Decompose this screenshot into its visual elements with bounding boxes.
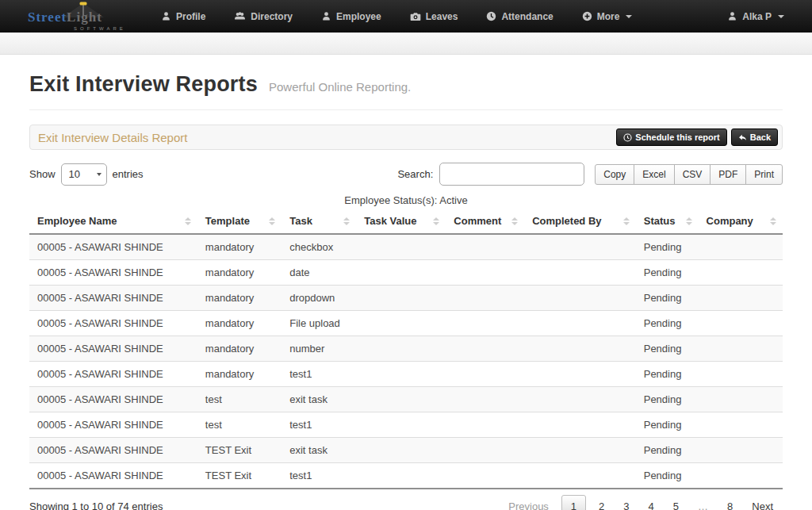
table-cell [446, 336, 524, 362]
table-cell [356, 286, 446, 311]
table-cell: test1 [282, 463, 356, 489]
table-cell [356, 260, 446, 286]
table-cell: TEST Exit [197, 438, 282, 463]
column-header-status[interactable]: Status [636, 209, 699, 234]
back-button[interactable]: Back [731, 128, 778, 146]
column-header-label: Status [644, 215, 676, 227]
export-button-group: CopyExcelCSVPDFPrint [595, 164, 783, 185]
schedule-report-button[interactable]: Schedule this report [616, 128, 726, 146]
table-cell: 00005 - ASAWARI SHINDE [29, 463, 197, 489]
pagination-page-4[interactable]: 4 [639, 496, 664, 510]
logo-text: StreetLight [28, 10, 102, 25]
employee-status-caption: Employee Status(s): Active [29, 194, 783, 206]
print-button[interactable]: Print [745, 164, 783, 185]
user-menu[interactable]: Alka P [727, 11, 784, 22]
table-cell: test [197, 387, 282, 412]
table-row: 00005 - ASAWARI SHINDETEST Exitexit task… [29, 438, 783, 463]
nav-item-label: Attendance [501, 11, 553, 22]
table-cell: test1 [282, 362, 356, 387]
table-cell: Pending [636, 311, 699, 336]
pagination-page-8[interactable]: 8 [718, 496, 742, 510]
pagination-page-5[interactable]: 5 [664, 496, 688, 510]
table-cell: mandatory [197, 336, 282, 362]
column-header-label: Comment [454, 215, 501, 227]
column-header-comment[interactable]: Comment [446, 209, 524, 234]
user-name: Alka P [742, 11, 772, 22]
table-row: 00005 - ASAWARI SHINDEtesttest1Pending [29, 412, 783, 438]
nav-item-directory[interactable]: Directory [234, 11, 293, 22]
sub-header-strip [0, 33, 812, 55]
table-cell [699, 412, 783, 438]
column-header-completed-by[interactable]: Completed By [524, 209, 636, 234]
column-header-label: Company [707, 215, 753, 227]
table-row: 00005 - ASAWARI SHINDEmandatorydatePendi… [29, 260, 783, 286]
table-cell: 00005 - ASAWARI SHINDE [29, 286, 197, 311]
table-cell [446, 286, 524, 311]
table-cell [524, 438, 636, 463]
nav-item-leaves[interactable]: Leaves [410, 11, 458, 22]
sort-icon [433, 217, 439, 225]
table-cell: Pending [636, 260, 699, 286]
table-cell [356, 234, 446, 260]
table-cell [356, 412, 446, 438]
pagination-next[interactable]: Next [742, 496, 783, 510]
people-icon [234, 11, 246, 21]
pagination-page-2[interactable]: 2 [589, 496, 614, 510]
table-cell [524, 463, 636, 489]
table-cell: number [282, 336, 356, 362]
table-row: 00005 - ASAWARI SHINDEmandatorycheckboxP… [29, 234, 783, 260]
nav-item-label: Directory [251, 11, 293, 22]
column-header-company[interactable]: Company [699, 209, 783, 234]
table-cell: Pending [636, 286, 699, 311]
pagination-page-1[interactable]: 1 [561, 495, 586, 510]
showing-entries-text: Showing 1 to 10 of 74 entries [29, 500, 163, 510]
pdf-button[interactable]: PDF [710, 164, 746, 185]
table-row: 00005 - ASAWARI SHINDEmandatorytest1Pend… [29, 362, 783, 387]
navbar: StreetLight SOFTWARE ProfileDirectoryEmp… [0, 0, 812, 33]
csv-button[interactable]: CSV [674, 164, 711, 185]
column-header-employee-name[interactable]: Employee Name [29, 209, 197, 234]
clock-icon [486, 11, 496, 21]
sort-icon [511, 217, 518, 225]
page-subtitle: Powerful Online Reporting. [269, 80, 411, 94]
column-header-task[interactable]: Task [282, 209, 356, 234]
copy-button[interactable]: Copy [595, 164, 634, 185]
table-cell: 00005 - ASAWARI SHINDE [29, 234, 197, 260]
nav-item-employee[interactable]: Employee [321, 11, 381, 22]
person-icon [161, 11, 171, 21]
table-cell [356, 311, 446, 336]
nav-item-profile[interactable]: Profile [161, 11, 205, 22]
table-cell: exit task [282, 387, 356, 412]
table-cell: mandatory [197, 286, 282, 311]
column-header-template[interactable]: Template [197, 209, 282, 234]
column-header-label: Task [289, 215, 312, 227]
table-cell [524, 387, 636, 412]
nav-item-more[interactable]: More [582, 11, 633, 22]
page-length-select[interactable]: 10 [61, 163, 107, 186]
sort-icon [185, 217, 191, 225]
pagination: Previous12345…8Next [499, 495, 783, 510]
table-cell [446, 387, 524, 412]
person-icon [727, 11, 737, 21]
table-cell [524, 412, 636, 438]
table-cell [699, 438, 783, 463]
app-logo[interactable]: StreetLight SOFTWARE [28, 1, 139, 33]
entries-label: entries [113, 168, 144, 180]
table-cell [699, 311, 783, 336]
table-cell: mandatory [197, 234, 282, 260]
table-cell [446, 412, 524, 438]
column-header-task-value[interactable]: Task Value [356, 209, 446, 234]
table-cell: mandatory [197, 362, 282, 387]
table-cell [356, 387, 446, 412]
table-cell [356, 438, 446, 463]
table-cell [446, 234, 524, 260]
search-input[interactable] [439, 163, 584, 186]
clock-icon [623, 133, 632, 142]
nav-item-attendance[interactable]: Attendance [486, 11, 553, 22]
caret-down-icon [626, 15, 632, 18]
pagination-page-3[interactable]: 3 [614, 496, 638, 510]
table-cell: Pending [636, 387, 699, 412]
table-cell: test [197, 412, 282, 438]
excel-button[interactable]: Excel [634, 164, 674, 185]
pagination-previous[interactable]: Previous [499, 496, 558, 510]
